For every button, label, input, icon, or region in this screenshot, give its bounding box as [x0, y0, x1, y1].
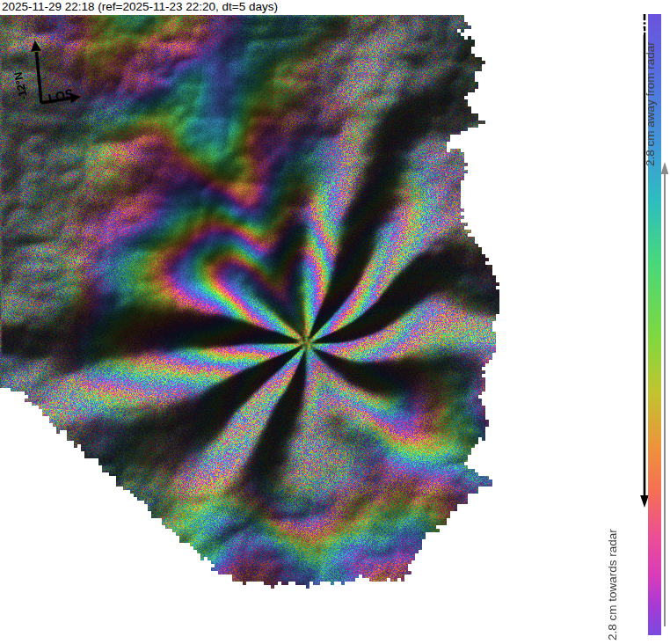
- colorbar-max-label: +π: [636, 18, 650, 35]
- colorbar-up-arrow-icon: [661, 162, 669, 626]
- figure-title: 2025-11-29 22:18 (ref=2025-11-23 22:20, …: [2, 0, 278, 14]
- colorbar-min-label: -π: [636, 618, 650, 631]
- interferogram-image: [0, 15, 501, 589]
- colorbar-away-label: 2.8 cm away from radar: [644, 41, 657, 166]
- interferogram-figure: 2025-11-29 22:18 (ref=2025-11-23 22:20, …: [0, 0, 670, 644]
- colorbar-towards-label: 2.8 cm towards radar: [606, 529, 619, 640]
